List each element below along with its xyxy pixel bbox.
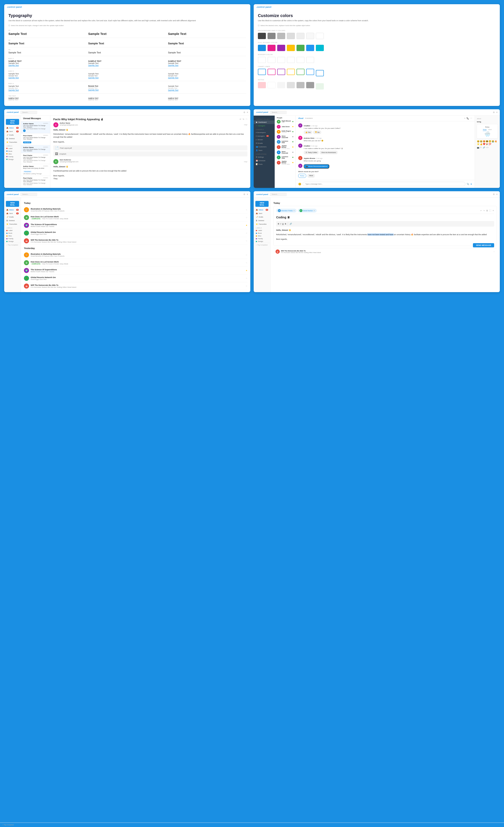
- sidebar-deleted[interactable]: 🗑 Deleted: [254, 219, 270, 222]
- border-swatch-3[interactable]: [277, 57, 285, 63]
- dashboard-item[interactable]: ▣ Dashboard: [254, 120, 275, 124]
- accent-pink[interactable]: [268, 45, 276, 51]
- h2-sample-1[interactable]: Sample Text: [8, 42, 87, 45]
- emoji-5[interactable]: 🤔: [489, 140, 491, 143]
- body2-link-1[interactable]: Sample Text: [8, 64, 87, 66]
- bold-btn[interactable]: B: [278, 223, 279, 225]
- emoji-9[interactable]: 👍: [480, 143, 482, 145]
- chart-swatch-2[interactable]: [268, 69, 276, 75]
- inbox-yitem-2[interactable]: 🖥 How Does An Lcd Screen Work COMPLETE H…: [24, 259, 247, 267]
- bg-swatch-4[interactable]: [287, 33, 295, 39]
- body4-muted-2[interactable]: Sample Text: [88, 87, 166, 89]
- new-mail-button[interactable]: NEW MAIL: [6, 201, 19, 207]
- send-icon[interactable]: ➤: [470, 183, 472, 185]
- label-label[interactable]: Label: [4, 229, 21, 232]
- inbox-item-3[interactable]: 🌍 The Science Of Superstitions Mother Ea…: [24, 222, 247, 229]
- close-icon[interactable]: ✕: [496, 111, 498, 113]
- body4-link-3[interactable]: Sample Text: [168, 89, 246, 91]
- compose-search[interactable]: Search...: [270, 193, 287, 196]
- team-item[interactable]: 👤 Team: [254, 149, 275, 152]
- person-night-missed[interactable]: N Night Missed Night: [275, 119, 295, 124]
- body2-body-1[interactable]: Sample Text: [8, 62, 87, 64]
- send-button[interactable]: SEND MESSAGE: [473, 243, 494, 247]
- add-icon[interactable]: +: [464, 117, 465, 119]
- tiny-bold-1[interactable]: SAMPLE TEXT: [8, 98, 87, 99]
- email-item-6[interactable]: 2/3/2021 Paul Clarke Use Your Reset Butt…: [21, 176, 50, 187]
- settings-icon[interactable]: ⚙: [493, 193, 495, 195]
- note-gray[interactable]: [287, 82, 295, 88]
- body4-link-1[interactable]: Sample Text: [8, 89, 87, 91]
- sidebar-drafts[interactable]: 📝 Drafts: [4, 133, 21, 137]
- body4-muted-3[interactable]: Sample Text: [168, 87, 246, 89]
- call-icon[interactable]: 📞: [467, 117, 469, 119]
- inbox-yitem-4[interactable]: 🌿 Global Resorts Network Gm Good Eggs Do…: [24, 275, 247, 282]
- accent-blue[interactable]: [258, 45, 266, 51]
- email-item-4[interactable]: 2/3/2021 Paul Clarke Use Your Reset Butt…: [21, 153, 50, 164]
- link-btn[interactable]: 🔗: [290, 223, 292, 225]
- h3-sample-2[interactable]: Sample Text: [88, 51, 166, 54]
- body3-link-2[interactable]: Sample Text: [88, 77, 166, 79]
- person-laurence2[interactable]: L Laurence Olde: [275, 155, 295, 160]
- body4-body-3[interactable]: Sample Text: [168, 85, 246, 87]
- label-book[interactable]: Book: [254, 232, 270, 235]
- ystar-icon-4[interactable]: ☆: [246, 277, 247, 279]
- body3-body-3[interactable]: Sample Text: [168, 73, 246, 75]
- underline-btn[interactable]: U: [282, 223, 284, 225]
- email-attachment-2[interactable]: 🖼 Unsplash: [53, 151, 247, 156]
- close-icon[interactable]: ✕: [496, 193, 498, 195]
- inbox-item-5[interactable]: 🗳 Will The Democrats Be Able To It Is Hu…: [24, 237, 247, 245]
- bg-swatch-7[interactable]: [316, 33, 324, 39]
- border-swatch-2[interactable]: [268, 57, 276, 63]
- yes-option[interactable]: 👍 Yes: [304, 131, 312, 134]
- star-icon-2[interactable]: ☆: [246, 216, 247, 218]
- chat-input[interactable]: [302, 182, 465, 186]
- body2-body-2[interactable]: Sample Text: [88, 62, 166, 64]
- person-steve2[interactable]: S Steve Churchill: [275, 150, 295, 155]
- ystar-icon-5[interactable]: ☆: [246, 285, 247, 287]
- label-misc[interactable]: Misc: [4, 235, 21, 237]
- person-laurence[interactable]: L Laurence Olde: [275, 139, 295, 144]
- label-misc[interactable]: Misc: [4, 153, 21, 155]
- sidebar-sent[interactable]: 📤 Sent 8: [4, 130, 21, 133]
- emoji-1[interactable]: 😀: [477, 140, 480, 143]
- border-swatch-1[interactable]: [258, 57, 266, 63]
- chart-swatch-1[interactable]: [258, 69, 266, 75]
- email-attachment-1[interactable]: 📄 Final Layout.pdf: [53, 145, 247, 150]
- h3-sample-3[interactable]: Sample Text: [168, 51, 246, 54]
- star-icon-5[interactable]: ☆: [246, 240, 247, 242]
- close-icon[interactable]: ✕: [246, 111, 248, 113]
- ystar-icon-1[interactable]: ☆: [246, 254, 247, 256]
- tiny-muted-3[interactable]: SAMPLE TEXT: [168, 99, 246, 100]
- h1-sample-1[interactable]: Sample Text: [8, 32, 87, 36]
- person-julia[interactable]: J Julia Grove: [275, 124, 295, 129]
- italic-btn[interactable]: I: [281, 223, 281, 225]
- sidebar-drafts[interactable]: 📝 Drafts: [4, 215, 21, 219]
- body4-muted-1[interactable]: Sample Text: [8, 87, 87, 89]
- label-design[interactable]: Design: [4, 158, 21, 161]
- reply-icon[interactable]: ↩: [240, 118, 241, 120]
- tasty-coffee[interactable]: ☕ Tasty Coffee: [304, 151, 319, 154]
- chart-swatch-extra[interactable]: [316, 70, 324, 76]
- link-icon[interactable]: 🔗: [483, 146, 485, 149]
- accent-blue2[interactable]: [306, 45, 314, 51]
- chart-swatch-3[interactable]: [277, 69, 285, 75]
- note-mid[interactable]: [296, 82, 304, 88]
- inbox-item-2[interactable]: 🖥 How Does An Lcd Screen Work COMPLETE H…: [24, 214, 247, 222]
- note-pink[interactable]: [258, 82, 266, 88]
- body3-link-3[interactable]: Sample Text: [168, 77, 246, 79]
- bg-swatch-3[interactable]: [277, 33, 285, 39]
- label-book[interactable]: Book: [4, 232, 21, 235]
- person-steve-churchill[interactable]: S Steve Churchill: [275, 134, 295, 139]
- cc-tag[interactable]: D David Norton ✕: [298, 209, 317, 212]
- emoji-2[interactable]: 😂: [480, 140, 482, 143]
- emoji-10[interactable]: ❤️: [483, 143, 485, 145]
- accent-cyan[interactable]: [316, 45, 324, 51]
- accent-green[interactable]: [296, 45, 304, 51]
- settings-item[interactable]: ⚙ Settings: [254, 155, 275, 159]
- tiny-bold-2[interactable]: SAMPLE TEXT: [88, 98, 166, 99]
- border-swatch-5[interactable]: [296, 57, 304, 63]
- note-dark[interactable]: [306, 82, 314, 88]
- remove-cc-icon[interactable]: ✕: [314, 210, 315, 212]
- label-book[interactable]: Book: [4, 150, 21, 153]
- posts-item[interactable]: 📝 Posts: [254, 162, 275, 166]
